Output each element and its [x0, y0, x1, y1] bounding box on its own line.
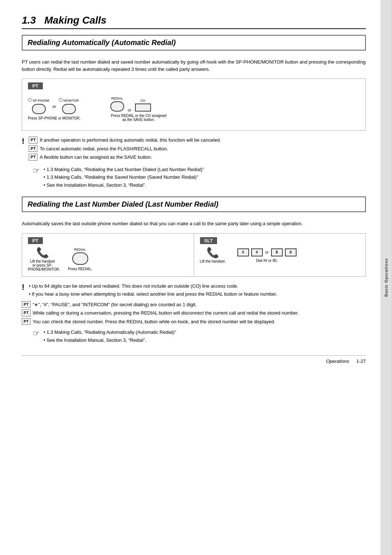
footer-page: 1-27	[356, 358, 366, 364]
section1-title: Redialing Automatically (Automatic Redia…	[28, 39, 360, 47]
sp-phone-label: SP-PHONE	[33, 99, 50, 102]
sp-phone-monitor-group: SP-PHONE or MONITOR	[28, 98, 81, 120]
slt-step2: # # or 8 0 Dial ## or 80.	[237, 248, 297, 263]
sp-phone-button	[32, 104, 46, 114]
pt-badge-s2-3: PT	[22, 318, 30, 325]
exclamation-icon-s2: !	[22, 283, 24, 291]
section1-notes-container: PT If another operation is performed dur…	[29, 137, 221, 162]
monitor-indicator	[59, 98, 62, 102]
redial-co-group: REDIAL or CO Press REDIAL or the CO assi…	[110, 97, 168, 122]
note-text-s1-3: A flexible button can be assigned as the…	[40, 154, 221, 161]
section1-diagram: PT SP-PHONE or	[22, 78, 366, 131]
or-text: or	[265, 250, 269, 254]
section1-refs-block: ☞ 1.3 Making Calls, “Redialing the Last …	[33, 166, 366, 190]
note-row-s2-pt1: PT “∗”, “#”, “PAUSE”, and “INTERCOM” (fo…	[22, 301, 366, 308]
hash2-button: #	[251, 248, 263, 256]
note-row-s1-2: PT To cancel automatic redial, press the…	[29, 145, 221, 153]
co-label: CO	[140, 99, 146, 102]
note-text-s2-pt2: While calling or during a conversation, …	[33, 309, 366, 317]
section2-refs-list: 1.3 Making Calls, “Redialing Automatical…	[44, 329, 176, 344]
note-text-s2-pt3: You can check the stored number. Press t…	[33, 318, 366, 325]
slt-column: SLT 📞 Lift the handset. # # or 8	[194, 234, 366, 276]
section2-notes-bullet-list: Up to 64 digits can be stored and redial…	[29, 283, 277, 299]
note-row-s2-pt2: PT While calling or during a conversatio…	[22, 309, 366, 317]
pt-step2-label: Press REDIAL.	[68, 267, 92, 271]
exclamation-icon-s1: !	[22, 137, 24, 145]
note-text-s1-2: To cancel automatic redial, press the FL…	[40, 145, 221, 153]
section2-slt-header: SLT	[200, 237, 217, 244]
or2-text: or	[128, 108, 131, 112]
pt-badge-s1-2: PT	[29, 145, 37, 152]
page-container: 1.3 Making Calls Redialing Automatically…	[0, 0, 392, 555]
chapter-heading: 1.3 Making Calls	[22, 15, 366, 29]
pt-step2: REDIAL Press REDIAL.	[68, 248, 92, 271]
section2-pt-header: PT	[28, 237, 43, 244]
sidebar-label: Basic Operations	[384, 258, 388, 297]
num0-button: 0	[285, 248, 297, 256]
slt-step1: 📞 Lift the handset.	[200, 248, 226, 263]
section2-box: Redialing the Last Number Dialed (Last N…	[22, 197, 366, 212]
slt-step1-label: Lift the handset.	[200, 259, 226, 263]
note-bullet-s2-2: If you hear a busy tone when attempting …	[29, 291, 277, 298]
section2-description: Automatically saves the last outside pho…	[22, 220, 366, 227]
note-bullet-s2-1: Up to 64 digits can be stored and redial…	[29, 283, 277, 290]
redial-button-s2	[72, 252, 88, 265]
section2-refs-block: ☞ 1.3 Making Calls, “Redialing Automatic…	[33, 329, 366, 344]
main-content: 1.3 Making Calls Redialing Automatically…	[0, 0, 380, 555]
pt-redial-label: REDIAL	[74, 248, 86, 251]
num8-button: 8	[271, 248, 283, 256]
pt-panel: SP-PHONE or MONITOR	[28, 93, 360, 125]
note-row-s2-pt3: PT You can check the stored number. Pres…	[22, 318, 366, 325]
sp-phone-indicator	[28, 98, 32, 102]
note-row-s1-3: PT A flexible button can be assigned as …	[29, 154, 221, 161]
pt-column: PT 📞 Lift the handset or press SP-PHONE/…	[22, 234, 194, 276]
hash1-button: #	[237, 248, 249, 256]
redial-label: REDIAL	[111, 97, 123, 100]
section1-pt-header: PT	[28, 82, 43, 89]
press2-label: Press REDIAL or the CO assigned as the S…	[110, 114, 168, 122]
pt-badge-s2-2: PT	[22, 309, 30, 316]
section2-title: Redialing the Last Number Dialed (Last N…	[28, 200, 360, 208]
section1-box: Redialing Automatically (Automatic Redia…	[22, 35, 366, 50]
section2-notes-bullet-block: ! Up to 64 digits can be stored and redi…	[22, 283, 366, 299]
slt-step2-label: Dial ## or 80.	[256, 259, 277, 263]
note-text-s1-1: If another operation is performed during…	[40, 137, 221, 144]
co-button	[135, 104, 151, 112]
section1-refs-list: 1.3 Making Calls, “Redialing the Last Nu…	[44, 166, 204, 190]
ref-s2-2: See the Installation Manual, Section 3, …	[44, 337, 176, 344]
section2-notes-pt-block: PT “∗”, “#”, “PAUSE”, and “INTERCOM” (fo…	[22, 301, 366, 325]
pt-badge-s2-1: PT	[22, 301, 30, 308]
pt-badge-s1-3: PT	[29, 154, 37, 161]
page-footer: Operations 1-27	[22, 355, 366, 364]
ref-icon-s1: ☞	[33, 166, 40, 175]
section1-notes-block: ! PT If another operation is performed d…	[22, 137, 366, 162]
ref-s1-1: 1.3 Making Calls, “Redialing the Last Nu…	[44, 166, 204, 173]
ref-s1-3: See the Installation Manual, Section 3, …	[44, 182, 204, 189]
press1-label: Press SP-PHONE or MONITOR.	[28, 116, 81, 120]
sidebar-tab: Basic Operations	[380, 0, 392, 555]
note-text-s2-pt1: “∗”, “#”, “PAUSE”, and “INTERCOM” (for s…	[33, 301, 366, 308]
section1-description: PT users can redial the last number dial…	[22, 58, 366, 73]
pt-step1: 📞 Lift the handset or press SP-PHONE/MON…	[28, 248, 57, 271]
or1-text: or	[53, 104, 56, 109]
redial-button-s1	[110, 101, 124, 112]
pt-step1-label: Lift the handset or press SP-PHONE/MONIT…	[28, 259, 57, 271]
footer-label: Operations	[326, 358, 349, 364]
monitor-label: MONITOR	[64, 99, 79, 102]
pt-badge-s1-1: PT	[29, 137, 37, 143]
ref-s1-2: 1.3 Making Calls, “Redialing the Saved N…	[44, 174, 204, 181]
ref-icon-s2: ☞	[33, 329, 40, 338]
section2-diagram: PT 📞 Lift the handset or press SP-PHONE/…	[22, 233, 366, 277]
note-row-s1-1: PT If another operation is performed dur…	[29, 137, 221, 144]
monitor-button	[62, 104, 76, 114]
ref-s2-1: 1.3 Making Calls, “Redialing Automatical…	[44, 329, 176, 336]
